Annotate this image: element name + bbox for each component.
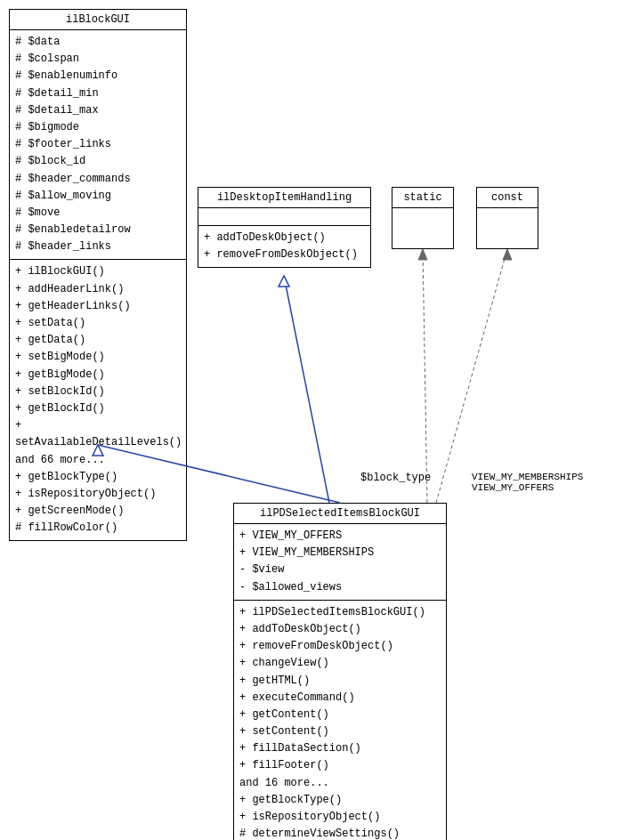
ilDesktopItemHandling-box: ilDesktopItemHandling + addToDeskObject(… — [198, 187, 371, 268]
ilPDSelectedItemsBlockGUI-methods: + ilPDSelectedItemsBlockGUI() + addToDes… — [234, 601, 446, 840]
ilBlockGUI-attributes: # $data # $colspan # $enablenuminfo # $d… — [10, 30, 186, 260]
method-ilpd-construct: + ilPDSelectedItemsBlockGUI() — [239, 604, 441, 621]
method-setdata: + setData() — [15, 315, 181, 332]
static-title: static — [392, 188, 453, 208]
attr-view-my-memberships: + VIEW_MY_MEMBERSHIPS — [239, 545, 441, 561]
method-ilpd-addtodesk: + addToDeskObject() — [239, 621, 441, 638]
attr-move: # $move — [15, 205, 181, 222]
block-type-label: $block_type — [360, 472, 431, 484]
method-addheaderlink: + addHeaderLink() — [15, 281, 181, 298]
attr-allowed-views: - $allowed_views — [239, 579, 441, 596]
method-getblocktype: + getBlockType() — [15, 469, 181, 486]
method-ilblockgui: + ilBlockGUI() — [15, 263, 181, 280]
method-ilpd-removefromdesk: + removeFromDeskObject() — [239, 638, 441, 655]
attr-header-commands: # $header_commands — [15, 171, 181, 188]
ilBlockGUI-title: ilBlockGUI — [10, 10, 186, 30]
svg-line-4 — [423, 249, 427, 503]
method-getscreenmode: + getScreenMode() — [15, 503, 181, 520]
svg-marker-5 — [418, 249, 427, 260]
method-ilpd-executecommand: + executeCommand() — [239, 690, 441, 707]
attr-detail-min: # $detail_min — [15, 85, 181, 102]
attr-block-id: # $block_id — [15, 153, 181, 170]
ilDesktopItemHandling-title: ilDesktopItemHandling — [198, 188, 370, 208]
method-ilpd-filldatasection: + fillDataSection() — [239, 740, 441, 757]
method-and66more: and 66 more... — [15, 452, 181, 469]
method-ilpd-getblocktype: + getBlockType() — [239, 792, 441, 809]
const-box: const — [476, 187, 538, 249]
attr-footer-links: # $footer_links — [15, 136, 181, 153]
attr-header-links: # $header_links — [15, 238, 181, 255]
method-setbigmode: + setBigMode() — [15, 349, 181, 366]
method-ilpd-determineview: # determineViewSettings() — [239, 826, 441, 840]
method-ilpd-changeview: + changeView() — [239, 655, 441, 672]
attr-view: - $view — [239, 561, 441, 578]
method-addtodesk: + addToDeskObject() — [204, 230, 365, 246]
method-ilpd-fillfooter: + fillFooter() — [239, 757, 441, 774]
method-removefromdesk: + removeFromDeskObject() — [204, 246, 365, 263]
svg-line-6 — [436, 249, 507, 503]
ilDesktopItemHandling-empty — [198, 208, 370, 226]
method-getheaderlinks: + getHeaderLinks() — [15, 298, 181, 315]
ilPDSelectedItemsBlockGUI-attributes: + VIEW_MY_OFFERS + VIEW_MY_MEMBERSHIPS -… — [234, 524, 446, 601]
method-ilpd-getcontent: + getContent() — [239, 707, 441, 723]
ilBlockGUI-box: ilBlockGUI # $data # $colspan # $enablen… — [9, 9, 187, 541]
attr-enablenuminfo: # $enablenuminfo — [15, 68, 181, 85]
method-ilpd-setcontent: + setContent() — [239, 723, 441, 740]
attr-data: # $data — [15, 34, 181, 51]
method-fillrowcolor: # fillRowColor() — [15, 520, 181, 537]
method-isrepo: + isRepositoryObject() — [15, 486, 181, 503]
diagram-container: ilBlockGUI # $data # $colspan # $enablen… — [0, 0, 623, 840]
svg-line-2 — [284, 276, 329, 503]
method-getbigmode: + getBigMode() — [15, 367, 181, 384]
method-setavailable: + setAvailableDetailLevels() — [15, 417, 181, 451]
ilBlockGUI-methods: + ilBlockGUI() + addHeaderLink() + getHe… — [10, 260, 186, 540]
attr-enabledetailrow: # $enabledetailrow — [15, 222, 181, 238]
svg-marker-3 — [279, 276, 289, 287]
method-ilpd-and16more: and 16 more... — [239, 775, 441, 792]
method-getdata: + getData() — [15, 332, 181, 349]
static-empty — [392, 208, 453, 244]
method-ilpd-isrepo: + isRepositoryObject() — [239, 809, 441, 826]
method-getblockid: + getBlockId() — [15, 400, 181, 417]
view-my-label: VIEW_MY_MEMBERSHIPSVIEW_MY_OFFERS — [472, 472, 583, 493]
attr-colspan: # $colspan — [15, 51, 181, 68]
attr-allow-moving: # $allow_moving — [15, 188, 181, 205]
const-empty — [477, 208, 538, 244]
method-setblockid: + setBlockId() — [15, 384, 181, 400]
method-ilpd-gethtml: + getHTML() — [239, 673, 441, 690]
static-box: static — [392, 187, 454, 249]
ilPDSelectedItemsBlockGUI-box: ilPDSelectedItemsBlockGUI + VIEW_MY_OFFE… — [233, 503, 447, 840]
ilPDSelectedItemsBlockGUI-title: ilPDSelectedItemsBlockGUI — [234, 504, 446, 524]
attr-detail-max: # $detail_max — [15, 102, 181, 119]
attr-bigmode: # $bigmode — [15, 119, 181, 136]
const-title: const — [477, 188, 538, 208]
ilDesktopItemHandling-methods: + addToDeskObject() + removeFromDeskObje… — [198, 226, 370, 267]
svg-marker-7 — [503, 249, 512, 260]
attr-view-my-offers: + VIEW_MY_OFFERS — [239, 528, 441, 545]
